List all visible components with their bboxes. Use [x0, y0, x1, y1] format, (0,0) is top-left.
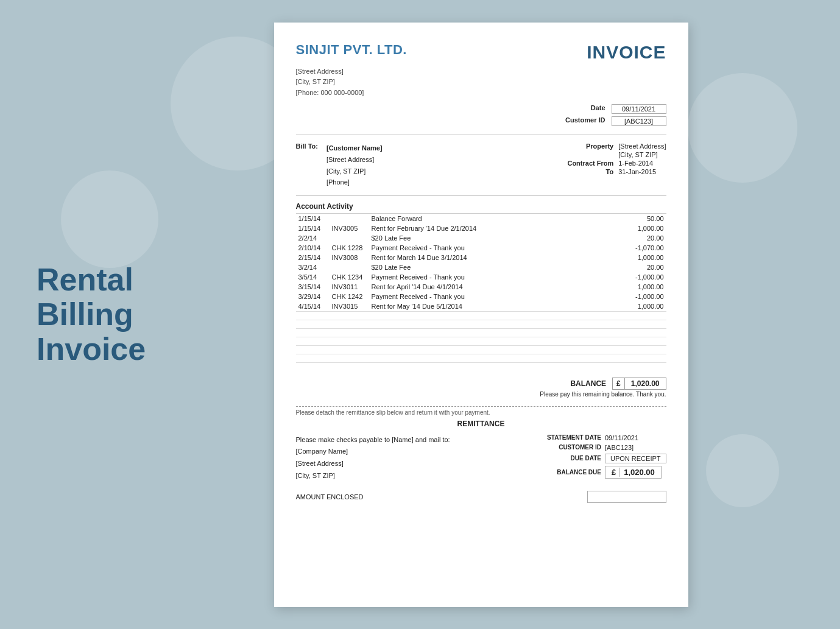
- table-row: 2/2/14 $20 Late Fee 20.00: [296, 233, 666, 243]
- row-amount: 50.00: [618, 214, 666, 224]
- customer-id-value: [ABC123]: [612, 116, 666, 126]
- due-date-value: UPON RECEIPT: [605, 454, 666, 463]
- row-amount: 1,000.00: [618, 301, 666, 312]
- bill-to-label: Bill To:: [296, 142, 318, 188]
- contract-from-label: Contract From: [559, 160, 613, 167]
- date-row: Date 09/11/2021: [557, 104, 666, 114]
- contract-from-row: Contract From 1-Feb-2014: [559, 160, 653, 167]
- balance-box: £ 1,020.00: [612, 378, 666, 390]
- bill-to-section: Bill To: [Customer Name] [Street Address…: [296, 142, 666, 188]
- row-ref: CHK 1228: [330, 243, 369, 253]
- address-line1: [Street Address]: [296, 66, 666, 77]
- row-date: 1/15/14: [296, 223, 330, 233]
- table-row: 1/15/14 Balance Forward 50.00: [296, 214, 666, 224]
- bill-street: [Street Address]: [326, 154, 383, 166]
- date-value: 09/11/2021: [612, 104, 666, 114]
- table-row-empty: [296, 312, 666, 320]
- row-date: 3/15/14: [296, 282, 330, 292]
- row-amount: 20.00: [618, 262, 666, 272]
- row-amount: 1,000.00: [618, 253, 666, 262]
- invoice-title: INVOICE: [587, 42, 666, 63]
- row-amount: -1,000.00: [618, 272, 666, 282]
- statement-date-value: 09/11/2021: [605, 434, 638, 441]
- row-amount: 1,000.00: [618, 223, 666, 233]
- company-address: [Street Address] [City, ST ZIP] [Phone: …: [296, 66, 666, 99]
- statement-date-row: STATEMENT DATE 09/11/2021: [534, 434, 638, 441]
- bill-left: Bill To: [Customer Name] [Street Address…: [296, 142, 383, 188]
- activity-table: 1/15/14 Balance Forward 50.00 1/15/14 IN…: [296, 213, 666, 371]
- row-description: Rent for March 14 Due 3/1/2014: [369, 253, 618, 262]
- balance-currency: £: [613, 378, 625, 389]
- contract-from-value: 1-Feb-2014: [618, 160, 653, 167]
- payable-text: Please make checks payable to [Name] and…: [296, 434, 450, 446]
- bg-circle-2: [61, 170, 158, 268]
- row-description: Rent for February '14 Due 2/1/2014: [369, 223, 618, 233]
- row-date: 2/2/14: [296, 233, 330, 243]
- title-line1: Rental: [37, 262, 146, 297]
- row-amount: 1,000.00: [618, 282, 666, 292]
- row-date: 2/10/14: [296, 243, 330, 253]
- remittance-body: Please make checks payable to [Name] and…: [296, 434, 666, 482]
- row-date: 3/2/14: [296, 262, 330, 272]
- row-ref: [330, 262, 369, 272]
- row-amount: -1,000.00: [618, 292, 666, 301]
- row-description: Rent for April '14 Due 4/1/2014: [369, 282, 618, 292]
- balance-label: BALANCE: [557, 379, 606, 388]
- detach-line: Please detach the remittance slip below …: [296, 406, 666, 416]
- table-row: 2/10/14 CHK 1228 Payment Received - Than…: [296, 243, 666, 253]
- contract-to-value: 31-Jan-2015: [618, 168, 656, 175]
- table-row-empty: [296, 354, 666, 363]
- table-row: 4/15/14 INV3015 Rent for May '14 Due 5/1…: [296, 301, 666, 312]
- table-row: 3/5/14 CHK 1234 Payment Received - Thank…: [296, 272, 666, 282]
- rem-customer-id-label: CUSTOMER ID: [534, 444, 601, 451]
- table-row: 2/15/14 INV3008 Rent for March 14 Due 3/…: [296, 253, 666, 262]
- property-city: [City, ST ZIP]: [618, 151, 657, 158]
- table-row-empty: [296, 329, 666, 337]
- bill-phone: [Phone]: [326, 177, 383, 188]
- row-amount: -1,070.00: [618, 243, 666, 253]
- balance-amount: 1,020.00: [625, 378, 666, 389]
- account-activity-title: Account Activity: [296, 202, 666, 211]
- balance-due-box: £ 1,020.00: [605, 466, 662, 479]
- header-divider: [296, 135, 666, 135]
- address-line3: [Phone: 000 000-0000]: [296, 88, 666, 99]
- property-street: [Street Address]: [618, 142, 666, 150]
- table-row: 1/15/14 INV3005 Rent for February '14 Du…: [296, 223, 666, 233]
- statement-date-label: STATEMENT DATE: [534, 434, 601, 441]
- table-row-empty: [296, 346, 666, 354]
- property-city-row: [City, ST ZIP]: [559, 151, 657, 158]
- remittance-title: REMITTANCE: [296, 420, 666, 428]
- bill-divider: [296, 195, 666, 196]
- row-ref: INV3008: [330, 253, 369, 262]
- title-line2: Billing: [37, 297, 146, 332]
- invoice-document: SINJIT PVT. LTD. INVOICE [Street Address…: [274, 23, 688, 607]
- customer-id-row: Customer ID [ABC123]: [557, 116, 666, 126]
- property-label: Property: [559, 142, 613, 150]
- row-description: Balance Forward: [369, 214, 618, 224]
- row-amount: 20.00: [618, 233, 666, 243]
- balance-due-row: BALANCE DUE £ 1,020.00: [534, 466, 662, 479]
- property-section: Property [Street Address] [City, ST ZIP]…: [559, 142, 666, 188]
- row-date: 3/29/14: [296, 292, 330, 301]
- balance-note: Please pay this remaining balance. Thank…: [296, 391, 666, 398]
- table-row-empty: [296, 337, 666, 346]
- bg-circle-3: [688, 73, 797, 183]
- amount-enclosed-box[interactable]: [587, 491, 666, 503]
- date-label: Date: [557, 104, 605, 114]
- contract-to-row: To 31-Jan-2015: [559, 168, 656, 175]
- rem-city: [City, ST ZIP]: [296, 470, 450, 482]
- customer-id-label: Customer ID: [557, 116, 605, 126]
- amount-enclosed-row: AMOUNT ENCLOSED: [296, 491, 666, 503]
- rem-customer-id-value: [ABC123]: [605, 444, 634, 451]
- row-description: Rent for May '14 Due 5/1/2014: [369, 301, 618, 312]
- rem-street: [Street Address]: [296, 458, 450, 470]
- row-date: 4/15/14: [296, 301, 330, 312]
- row-date: 3/5/14: [296, 272, 330, 282]
- row-ref: [330, 214, 369, 224]
- amount-enclosed-label: AMOUNT ENCLOSED: [296, 493, 364, 501]
- row-ref: [330, 233, 369, 243]
- due-date-label: DUE DATE: [534, 455, 601, 462]
- rem-company: [Company Name]: [296, 446, 450, 458]
- row-ref: INV3015: [330, 301, 369, 312]
- row-date: 1/15/14: [296, 214, 330, 224]
